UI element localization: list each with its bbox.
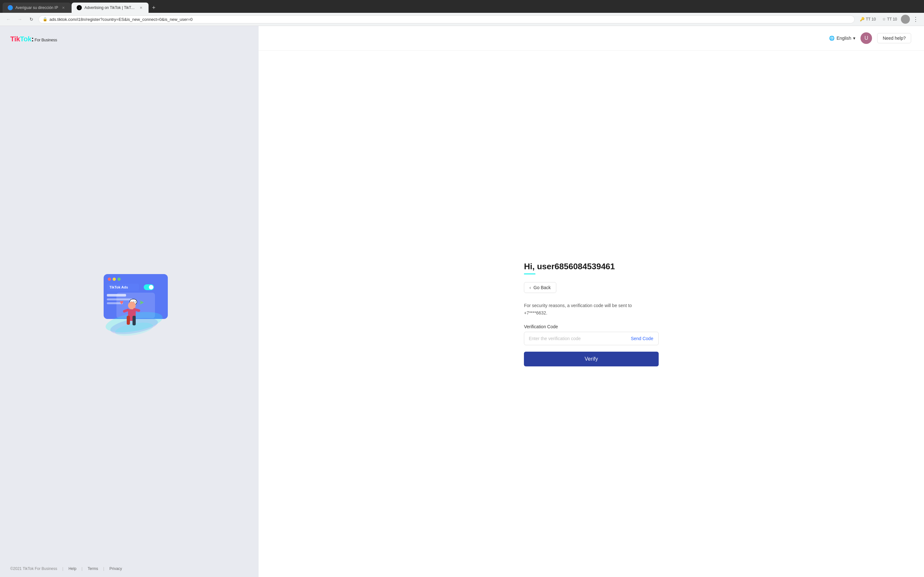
terms-link[interactable]: Terms bbox=[87, 566, 98, 571]
profile-button[interactable] bbox=[901, 15, 910, 24]
send-code-button[interactable]: Send Code bbox=[626, 332, 658, 345]
security-message: For security reasons, a verification cod… bbox=[524, 302, 659, 316]
form-container: Hi, user6856084539461 ‹ Go Back For secu… bbox=[524, 261, 659, 366]
tab-title-2: Advertising on TikTok | TikTok / bbox=[84, 5, 136, 10]
logo-separator: : bbox=[31, 35, 34, 43]
tab-title-1: Averiguar su dirección IP bbox=[15, 5, 58, 10]
security-message-prefix: For security reasons, a verification cod… bbox=[524, 303, 632, 308]
verification-input-wrap: Send Code bbox=[524, 332, 659, 345]
go-back-label: Go Back bbox=[533, 285, 551, 290]
browser-tabs: 🌐 Averiguar su dirección IP ✕ ♪ Advertis… bbox=[0, 0, 924, 13]
browser-tab-1[interactable]: 🌐 Averiguar su dirección IP ✕ bbox=[3, 3, 71, 13]
browser-tab-2[interactable]: ♪ Advertising on TikTok | TikTok / ✕ bbox=[71, 3, 149, 13]
svg-rect-20 bbox=[127, 316, 130, 325]
verification-code-label: Verification Code bbox=[524, 324, 659, 329]
logo-subtitle: For Business bbox=[34, 37, 57, 42]
tt-key-label: TT 10 bbox=[866, 17, 876, 21]
user-avatar: U bbox=[861, 32, 872, 44]
svg-rect-21 bbox=[132, 316, 136, 326]
svg-point-2 bbox=[113, 277, 116, 281]
right-header: 🌐 English ▾ U Need help? bbox=[258, 26, 924, 51]
greeting-underline bbox=[524, 274, 535, 274]
footer-sep-3: | bbox=[103, 566, 104, 571]
tiktok-logo-text: TikTok: For Business bbox=[10, 35, 57, 43]
star-icon: ☆ bbox=[882, 17, 886, 21]
svg-point-7 bbox=[149, 285, 153, 290]
svg-point-1 bbox=[108, 277, 111, 281]
verify-button[interactable]: Verify bbox=[524, 351, 659, 366]
address-bar[interactable]: 🔒 ads.tiktok.com/i18n/register?country=E… bbox=[39, 15, 855, 23]
verification-code-input[interactable] bbox=[524, 332, 626, 345]
go-back-button[interactable]: ‹ Go Back bbox=[524, 282, 556, 293]
svg-point-3 bbox=[118, 277, 121, 281]
tiktok-ads-illustration: TikTok Ads ♥ 💬 ➤ bbox=[84, 268, 174, 345]
svg-text:➤: ➤ bbox=[139, 299, 144, 306]
back-button[interactable]: ← bbox=[4, 15, 13, 24]
globe-icon: 🌐 bbox=[829, 35, 835, 41]
tab-close-2[interactable]: ✕ bbox=[138, 5, 144, 10]
browser-toolbar: ← → ↻ 🔒 ads.tiktok.com/i18n/register?cou… bbox=[0, 13, 924, 26]
right-panel: 🌐 English ▾ U Need help? Hi, user6856084… bbox=[258, 26, 924, 577]
reload-button[interactable]: ↻ bbox=[27, 15, 36, 24]
need-help-button[interactable]: Need help? bbox=[877, 33, 911, 43]
svg-text:TikTok Ads: TikTok Ads bbox=[110, 285, 128, 289]
language-selector[interactable]: 🌐 English ▾ bbox=[829, 35, 855, 41]
tiktok-logo: TikTok: For Business bbox=[10, 35, 248, 43]
tt-key-button[interactable]: 🔑 TT 10 bbox=[857, 16, 879, 23]
lock-icon: 🔒 bbox=[43, 17, 47, 21]
greeting-text: Hi, user6856084539461 bbox=[524, 261, 659, 271]
tiktok-cyan: Tok bbox=[20, 35, 31, 43]
language-text: English bbox=[837, 35, 851, 41]
forward-button[interactable]: → bbox=[15, 15, 24, 24]
footer-sep-1: | bbox=[62, 566, 63, 571]
privacy-link[interactable]: Privacy bbox=[110, 566, 122, 571]
footer-sep-2: | bbox=[81, 566, 82, 571]
chevron-left-icon: ‹ bbox=[529, 285, 531, 290]
phone-number: +7****6632. bbox=[524, 310, 548, 316]
tab-favicon-2: ♪ bbox=[77, 5, 82, 10]
logo-area: TikTok: For Business bbox=[0, 26, 258, 52]
key-icon: 🔑 bbox=[860, 17, 865, 21]
chevron-down-icon: ▾ bbox=[853, 35, 855, 41]
illustration-area: TikTok Ads ♥ 💬 ➤ bbox=[0, 52, 258, 560]
help-link[interactable]: Help bbox=[68, 566, 76, 571]
footer: ©2021 TikTok For Business | Help | Terms… bbox=[0, 560, 258, 577]
tiktok-red: Tik bbox=[10, 35, 20, 43]
toolbar-right: 🔑 TT 10 ☆ TT 10 ⋮ bbox=[857, 15, 920, 24]
tab-favicon-1: 🌐 bbox=[8, 5, 13, 10]
page-wrapper: TikTok: For Business TikTok Ads bbox=[0, 26, 924, 577]
browser-chrome: 🌐 Averiguar su dirección IP ✕ ♪ Advertis… bbox=[0, 0, 924, 26]
tab-close-1[interactable]: ✕ bbox=[61, 5, 66, 10]
copyright-text: ©2021 TikTok For Business bbox=[10, 566, 57, 571]
url-text: ads.tiktok.com/i18n/register?country=ES&… bbox=[49, 17, 851, 22]
new-tab-button[interactable]: + bbox=[149, 3, 158, 12]
svg-text:♥: ♥ bbox=[120, 299, 124, 306]
right-content: Hi, user6856084539461 ‹ Go Back For secu… bbox=[258, 51, 924, 577]
tt-star-button[interactable]: ☆ TT 10 bbox=[880, 16, 900, 23]
left-panel: TikTok: For Business TikTok Ads bbox=[0, 26, 258, 577]
tt-star-label: TT 10 bbox=[887, 17, 897, 21]
menu-button[interactable]: ⋮ bbox=[911, 15, 920, 24]
